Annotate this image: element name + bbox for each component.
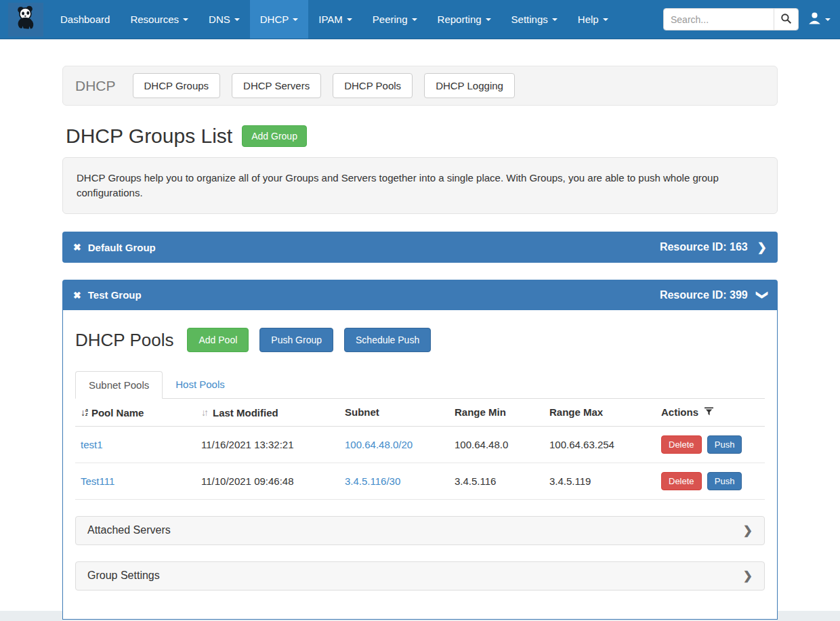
last-modified-cell: 11/10/2021 09:46:48 — [196, 463, 339, 499]
nav-ipam[interactable]: IPAM — [308, 0, 362, 39]
resource-id-label: Resource ID: 163 — [660, 241, 748, 253]
header-range-min[interactable]: Range Min — [449, 399, 544, 426]
dhcp-servers-button[interactable]: DHCP Servers — [232, 73, 321, 98]
search-group — [663, 8, 799, 30]
tab-host-pools[interactable]: Host Pools — [163, 371, 238, 399]
nav-label: Resources — [130, 14, 179, 25]
main-menu: Dashboard Resources DNS DHCP IPAM Peerin… — [50, 0, 618, 39]
nav-peering[interactable]: Peering — [362, 0, 427, 39]
push-button[interactable]: Push — [707, 472, 742, 490]
user-menu[interactable] — [808, 12, 831, 27]
caret-down-icon — [183, 18, 188, 21]
range-max-cell: 3.4.5.119 — [544, 463, 656, 499]
table-header-row: ↓az Pool Name ↓↑ Last Modified Subnet Ra… — [75, 399, 765, 426]
header-label: Range Min — [455, 406, 506, 418]
dhcp-groups-button[interactable]: DHCP Groups — [133, 73, 221, 98]
subnet-link[interactable]: 100.64.48.0/20 — [345, 439, 413, 450]
nav-help[interactable]: Help — [568, 0, 618, 39]
delete-button[interactable]: Delete — [661, 435, 702, 454]
nav-label: DHCP — [260, 14, 289, 25]
resource-id-label: Resource ID: 399 — [660, 289, 748, 301]
header-label: Actions — [661, 406, 698, 418]
subnet-link[interactable]: 3.4.5.116/30 — [345, 475, 400, 487]
header-range-max[interactable]: Range Max — [544, 399, 656, 426]
app-window: Dashboard Resources DNS DHCP IPAM Peerin… — [0, 0, 840, 611]
nav-resources[interactable]: Resources — [120, 0, 198, 39]
caret-down-icon — [552, 18, 558, 21]
caret-down-icon — [486, 18, 491, 21]
group-bar-test-group[interactable]: ✖ Test Group Resource ID: 399 ❯ — [62, 280, 778, 310]
schedule-push-button[interactable]: Schedule Push — [344, 328, 431, 352]
nav-dhcp[interactable]: DHCP — [250, 0, 309, 39]
chevron-right-icon: ❯ — [743, 570, 753, 582]
add-pool-button[interactable]: Add Pool — [187, 328, 249, 352]
close-icon[interactable]: ✖ — [73, 242, 81, 252]
chevron-right-icon[interactable]: ❯ — [757, 242, 767, 253]
chevron-right-icon: ❯ — [743, 525, 753, 536]
nav-label: Help — [578, 14, 599, 25]
range-min-cell: 100.64.48.0 — [449, 426, 544, 463]
nav-dns[interactable]: DNS — [198, 0, 250, 39]
push-button[interactable]: Push — [707, 435, 742, 454]
pool-name-link[interactable]: test1 — [81, 439, 103, 450]
nav-settings[interactable]: Settings — [501, 0, 568, 39]
pool-name-link[interactable]: Test111 — [81, 475, 114, 487]
nav-dashboard[interactable]: Dashboard — [50, 0, 120, 39]
header-last-modified[interactable]: ↓↑ Last Modified — [196, 399, 339, 426]
add-group-button[interactable]: Add Group — [242, 125, 307, 147]
nav-label: Reporting — [438, 14, 482, 25]
pool-tabs: Subnet Pools Host Pools — [75, 371, 765, 399]
header-actions: Actions — [656, 399, 765, 426]
chevron-down-icon[interactable]: ❯ — [756, 290, 768, 299]
caret-down-icon — [234, 18, 240, 21]
title-row: DHCP Groups List Add Group — [62, 125, 778, 148]
header-pool-name[interactable]: ↓az Pool Name — [75, 399, 196, 426]
caret-down-icon — [347, 18, 352, 21]
header-label: Pool Name — [91, 407, 144, 419]
nav-label: IPAM — [318, 14, 343, 25]
top-navbar: Dashboard Resources DNS DHCP IPAM Peerin… — [0, 0, 840, 39]
header-label: Last Modified — [213, 407, 278, 419]
search-input[interactable] — [664, 9, 774, 30]
app-logo[interactable] — [8, 3, 43, 37]
accordion-label: Attached Servers — [87, 524, 171, 536]
description-panel: DHCP Groups help you to organize all of … — [62, 157, 778, 214]
tab-subnet-pools[interactable]: Subnet Pools — [75, 371, 163, 399]
range-min-cell: 3.4.5.116 — [449, 463, 544, 499]
caret-down-icon — [603, 18, 608, 21]
nav-label: Settings — [511, 14, 548, 25]
group-name: Test Group — [88, 289, 142, 301]
section-nav-panel: DHCP DHCP Groups DHCP Servers DHCP Pools… — [62, 66, 778, 106]
pools-title-row: DHCP Pools Add Pool Push Group Schedule … — [75, 328, 765, 352]
filter-icon[interactable] — [705, 406, 713, 418]
table-row: test1 11/16/2021 13:32:21 100.64.48.0/20… — [75, 426, 765, 463]
navbar-right — [663, 0, 840, 39]
dhcp-logging-button[interactable]: DHCP Logging — [424, 73, 515, 98]
nav-label: DNS — [209, 14, 230, 25]
sort-alpha-asc-icon[interactable]: ↓az — [81, 407, 88, 418]
caret-down-icon — [412, 18, 417, 21]
section-title: DHCP — [75, 78, 116, 94]
dhcp-pools-button[interactable]: DHCP Pools — [333, 73, 413, 98]
close-icon[interactable]: ✖ — [73, 291, 81, 300]
header-subnet[interactable]: Subnet — [339, 399, 449, 426]
group-bar-default-group[interactable]: ✖ Default Group Resource ID: 163 ❯ — [62, 232, 778, 263]
search-icon — [780, 13, 792, 26]
header-label: Range Max — [549, 406, 603, 418]
table-row: Test111 11/10/2021 09:46:48 3.4.5.116/30… — [75, 463, 765, 499]
nav-reporting[interactable]: Reporting — [427, 0, 501, 39]
search-button[interactable] — [774, 9, 798, 30]
accordion-label: Group Settings — [87, 570, 160, 582]
group-settings-accordion[interactable]: Group Settings ❯ — [75, 561, 765, 591]
nav-label: Dashboard — [60, 14, 110, 25]
group-name: Default Group — [88, 242, 156, 253]
push-group-button[interactable]: Push Group — [259, 328, 333, 352]
header-label: Subnet — [345, 406, 379, 418]
subnet-pools-table: ↓az Pool Name ↓↑ Last Modified Subnet Ra… — [75, 399, 765, 500]
caret-down-icon — [825, 18, 831, 21]
last-modified-cell: 11/16/2021 13:32:21 — [196, 426, 339, 463]
pools-section-title: DHCP Pools — [75, 330, 173, 351]
delete-button[interactable]: Delete — [661, 472, 702, 490]
attached-servers-accordion[interactable]: Attached Servers ❯ — [75, 516, 765, 545]
sort-icon[interactable]: ↓↑ — [201, 407, 207, 418]
